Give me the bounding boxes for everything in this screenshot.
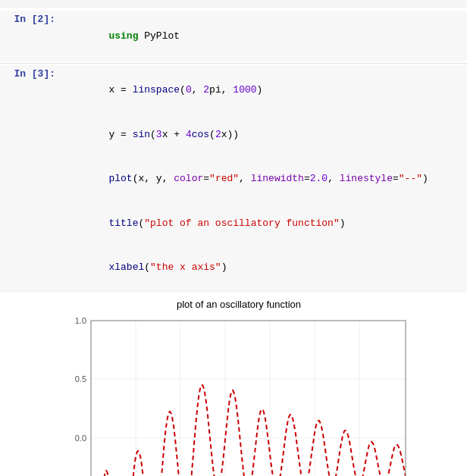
cell-in2: In [2]: using PyPlot <box>0 11 467 61</box>
code-line-3: plot(x, y, color="red", linewidth=2.0, l… <box>61 157 461 202</box>
chart-wrap: 1.0 0.5 0.0 −0.5 −1.0 0 1 2 3 4 5 6 7 th… <box>53 313 425 476</box>
notebook-container: In [2]: using PyPlot In [3]: x = linspac… <box>0 8 467 476</box>
svg-text:0.5: 0.5 <box>75 374 86 384</box>
code-line-1: x = linspace(0, 2pi, 1000) <box>61 68 461 113</box>
code-content-in3: x = linspace(0, 2pi, 1000) y = sin(3x + … <box>61 68 461 290</box>
code-line-2: y = sin(3x + 4cos(2x)) <box>61 112 461 157</box>
plot-container: plot of an oscillatory function <box>0 293 467 476</box>
code-line-using: using PyPlot <box>61 14 461 58</box>
code-content-in2: using PyPlot <box>61 14 461 58</box>
keyword-using: using <box>108 30 138 42</box>
prompt-in2: In [2]: <box>8 14 61 58</box>
plot-area: plot of an oscillatory function <box>53 299 425 476</box>
code-line-5: xlabel("the x axis") <box>61 246 461 290</box>
prompt-in3: In [3]: <box>8 68 61 290</box>
svg-text:1.0: 1.0 <box>75 316 86 325</box>
chart-svg: 1.0 0.5 0.0 −0.5 −1.0 0 1 2 3 4 5 6 7 th… <box>53 313 425 476</box>
divider1 <box>0 63 467 64</box>
svg-text:0.0: 0.0 <box>75 434 86 443</box>
cell-in3: In [3]: x = linspace(0, 2pi, 1000) y = s… <box>0 65 467 293</box>
svg-rect-0 <box>91 321 406 476</box>
plot-title: plot of an oscillatory function <box>53 299 425 310</box>
code-line-4: title("plot of an oscillatory function") <box>61 201 461 246</box>
